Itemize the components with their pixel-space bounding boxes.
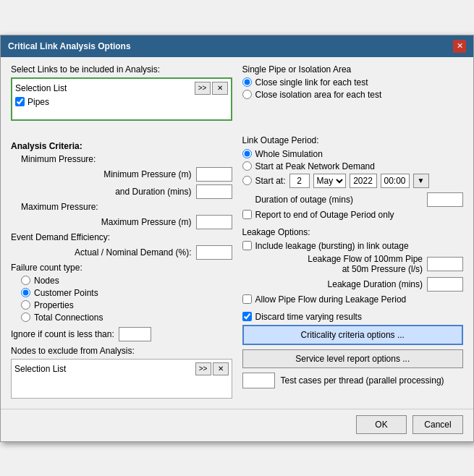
leakage-flow-input[interactable]: 1 bbox=[427, 257, 463, 271]
radio-peak-item: Start at Peak Network Demand bbox=[242, 161, 464, 171]
single-pipe-section: Single Pipe or Isolation Area Close sing… bbox=[242, 64, 464, 128]
nodes-selection-label: Selection List bbox=[14, 364, 66, 374]
radio-nodes[interactable] bbox=[21, 276, 30, 285]
radio-whole[interactable] bbox=[242, 149, 252, 158]
single-pipe-label: Single Pipe or Isolation Area bbox=[242, 64, 464, 75]
actual-nominal-row: Actual / Nominal Demand (%): 0 bbox=[11, 245, 232, 260]
duration-input[interactable]: 30 bbox=[196, 184, 232, 199]
select-links-section: Select Links to be included in Analysis:… bbox=[11, 64, 232, 128]
failure-count-label: Failure count type: bbox=[11, 263, 232, 273]
radio-start[interactable] bbox=[242, 176, 252, 185]
include-leakage-row: Include leakage (bursting) in link outag… bbox=[242, 241, 464, 251]
leakage-options-section: Leakage Options: Include leakage (bursti… bbox=[242, 227, 464, 305]
radio-customer[interactable] bbox=[21, 288, 30, 297]
min-pressure-field-label: Minimum Pressure (m) bbox=[21, 169, 196, 179]
radio-total-item: Total Connections bbox=[21, 313, 232, 323]
close-button[interactable]: ✕ bbox=[453, 40, 466, 53]
report-to-end-label: Report to end of Outage Period only bbox=[255, 210, 394, 220]
discard-label: Discard time varying results bbox=[255, 312, 362, 322]
radio-start-item: Start at: 2 May 2022 00:00 ▼ bbox=[242, 174, 464, 188]
radio-properties-label: Properties bbox=[34, 300, 74, 310]
start-day-input[interactable]: 2 bbox=[289, 174, 310, 188]
radio-customer-label: Customer Points bbox=[34, 288, 98, 298]
thread-input[interactable]: 20 bbox=[242, 373, 275, 388]
nodes-box-btns: >> ✕ bbox=[195, 362, 229, 375]
title-bar: Critical Link Analysis Options ✕ bbox=[1, 35, 473, 57]
pipes-checkbox[interactable] bbox=[15, 97, 25, 106]
actual-nominal-input[interactable]: 0 bbox=[196, 245, 232, 260]
radio-customer-item: Customer Points bbox=[21, 288, 232, 298]
ok-button[interactable]: OK bbox=[356, 415, 407, 434]
ignore-input[interactable]: 1 bbox=[119, 327, 151, 341]
min-pressure-input[interactable]: 10 bbox=[196, 167, 232, 182]
allow-pipe-checkbox[interactable] bbox=[242, 294, 252, 304]
include-leakage-checkbox[interactable] bbox=[242, 241, 252, 250]
pipes-checkbox-item: Pipes bbox=[15, 96, 228, 108]
dialog-footer: OK Cancel bbox=[1, 409, 473, 441]
duration-outage-row: Duration of outage (mins) 120 bbox=[255, 192, 464, 207]
select-links-label: Select Links to be included in Analysis: bbox=[11, 64, 232, 75]
allow-pipe-label: Allow Pipe Flow during Leakage Period bbox=[255, 294, 407, 305]
analysis-criteria-label: Analysis Criteria: bbox=[11, 141, 232, 151]
radio-peak[interactable] bbox=[242, 161, 252, 171]
min-pressure-row: Minimum Pressure (m) 10 bbox=[21, 167, 232, 182]
left-panel: Analysis Criteria: Minimum Pressure: Min… bbox=[11, 135, 232, 399]
radio-total[interactable] bbox=[21, 313, 30, 322]
duration-row: and Duration (mins) 30 bbox=[21, 184, 232, 199]
single-pipe-radio-group: Close single link for each test Close is… bbox=[242, 77, 464, 100]
dialog-body: Analysis Criteria: Minimum Pressure: Min… bbox=[1, 128, 473, 406]
leakage-duration-label: Leakage Duration (mins) bbox=[242, 279, 428, 289]
failure-count-radio-group: Nodes Customer Points Properties Total C… bbox=[11, 276, 232, 323]
actual-nominal-label: Actual / Nominal Demand (%): bbox=[21, 247, 196, 258]
calendar-button[interactable]: ▼ bbox=[413, 174, 429, 188]
radio-isolation-item: Close isolation area for each test bbox=[242, 90, 464, 100]
service-level-button[interactable]: Service level report options ... bbox=[242, 349, 464, 368]
nodes-expand-button[interactable]: >> bbox=[195, 362, 211, 375]
radio-isolation[interactable] bbox=[242, 90, 252, 99]
radio-whole-item: Whole Simulation bbox=[242, 149, 464, 159]
cancel-button[interactable]: Cancel bbox=[412, 415, 463, 434]
radio-properties-item: Properties bbox=[21, 300, 232, 310]
max-pressure-row: Maximum Pressure (m) 90 bbox=[21, 215, 232, 229]
nodes-close-button[interactable]: ✕ bbox=[213, 362, 229, 375]
link-outage-label: Link Outage Period: bbox=[242, 135, 464, 145]
maximum-pressure-section: Maximum Pressure: Maximum Pressure (m) 9… bbox=[11, 202, 232, 229]
dialog-window: Critical Link Analysis Options ✕ Select … bbox=[0, 35, 474, 442]
start-month-select[interactable]: May bbox=[313, 174, 346, 188]
max-pressure-field-label: Maximum Pressure (m) bbox=[21, 217, 196, 227]
maximum-pressure-label: Maximum Pressure: bbox=[21, 202, 232, 212]
duration-outage-input[interactable]: 120 bbox=[427, 192, 463, 207]
event-demand-label: Event Demand Efficiency: bbox=[11, 232, 232, 242]
minimum-pressure-label: Minimum Pressure: bbox=[21, 154, 232, 164]
criticality-criteria-button[interactable]: Criticality criteria options ... bbox=[242, 325, 464, 345]
nodes-exclude-box: Selection List >> ✕ bbox=[11, 359, 232, 399]
discard-checkbox[interactable] bbox=[242, 312, 252, 321]
start-year-input[interactable]: 2022 bbox=[350, 174, 377, 188]
report-to-end-row: Report to end of Outage Period only bbox=[242, 210, 464, 220]
selection-close-button[interactable]: ✕ bbox=[212, 82, 228, 95]
radio-single-item: Close single link for each test bbox=[242, 77, 464, 88]
ignore-row: Ignore if count is less than: 1 bbox=[11, 327, 232, 341]
duration-field-label: and Duration (mins) bbox=[21, 187, 196, 197]
duration-outage-label: Duration of outage (mins) bbox=[255, 195, 423, 205]
radio-isolation-label: Close isolation area for each test bbox=[255, 90, 382, 100]
radio-properties[interactable] bbox=[21, 300, 30, 310]
selection-expand-button[interactable]: >> bbox=[195, 82, 211, 95]
thread-label: Test cases per thread (parallel processi… bbox=[281, 375, 444, 386]
allow-pipe-row: Allow Pipe Flow during Leakage Period bbox=[242, 294, 464, 305]
dialog-title: Critical Link Analysis Options bbox=[8, 41, 131, 51]
leakage-duration-input[interactable]: 60 bbox=[427, 277, 463, 292]
report-to-end-checkbox[interactable] bbox=[242, 210, 252, 219]
outage-radio-group: Whole Simulation Start at Peak Network D… bbox=[242, 149, 464, 188]
max-pressure-input[interactable]: 90 bbox=[196, 215, 232, 229]
radio-single[interactable] bbox=[242, 77, 252, 87]
discard-row: Discard time varying results bbox=[242, 312, 464, 322]
radio-nodes-label: Nodes bbox=[34, 276, 59, 286]
start-time-input[interactable]: 00:00 bbox=[381, 174, 410, 188]
include-leakage-label: Include leakage (bursting) in link outag… bbox=[255, 241, 409, 251]
leakage-flow-row: Leakage Flow of 100mm Pipe at 50m Pressu… bbox=[242, 254, 464, 274]
radio-whole-label: Whole Simulation bbox=[255, 149, 323, 159]
leakage-flow-label: Leakage Flow of 100mm Pipe at 50m Pressu… bbox=[242, 254, 428, 274]
selection-box-header: Selection List >> ✕ bbox=[15, 82, 228, 95]
selection-list-title: Selection List bbox=[15, 83, 67, 93]
